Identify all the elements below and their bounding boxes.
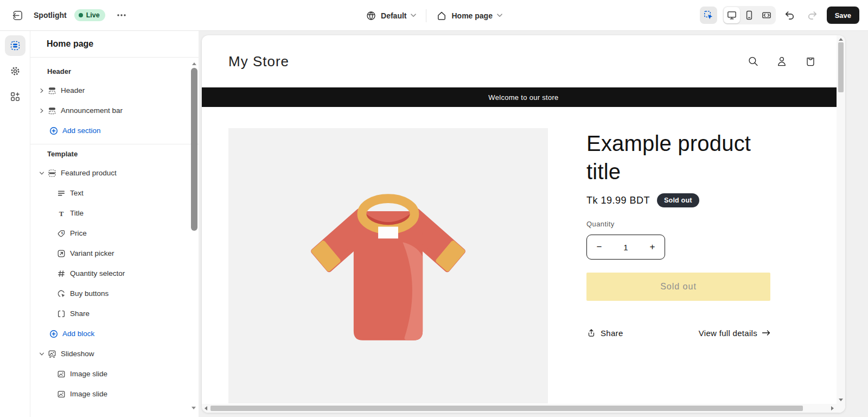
- sold-out-button[interactable]: Sold out: [586, 273, 770, 301]
- more-actions-button[interactable]: [113, 7, 130, 24]
- quantity-value[interactable]: 1: [611, 243, 640, 252]
- image-slide-icon: [57, 370, 66, 378]
- quantity-increase-button[interactable]: +: [640, 235, 665, 259]
- page-selector-label: Home page: [451, 11, 492, 20]
- store-header[interactable]: My Store: [202, 35, 845, 87]
- block-item-quantity-selector[interactable]: Quantity selector: [30, 263, 199, 283]
- announcement-text: Welcome to our store: [488, 93, 558, 102]
- block-item-image-slide[interactable]: Image slide: [30, 364, 199, 384]
- sidebar-item-header[interactable]: Header: [30, 80, 199, 100]
- sidebar-item-announcement-bar[interactable]: Announcement bar: [30, 100, 199, 121]
- rail-sections-button[interactable]: [5, 35, 25, 56]
- globe-icon: [366, 10, 376, 21]
- chevron-down-icon[interactable]: [37, 169, 46, 178]
- home-icon: [436, 10, 447, 21]
- view-full-details-link[interactable]: View full details: [699, 328, 770, 338]
- store-cart-button[interactable]: [803, 54, 818, 69]
- add-circle-icon: [49, 330, 58, 338]
- preview-vertical-scrollbar[interactable]: [837, 35, 845, 404]
- product-title[interactable]: Example product title: [586, 129, 771, 186]
- vertical-scrollbar-thumb[interactable]: [838, 42, 844, 92]
- redo-button[interactable]: [804, 7, 821, 24]
- device-preview-switcher: [723, 6, 776, 24]
- block-item-label: Buy buttons: [70, 289, 108, 298]
- scroll-right-arrow[interactable]: [831, 406, 834, 410]
- live-dot-icon: [79, 13, 83, 17]
- sidebar-item-featured-product[interactable]: Featured product: [30, 163, 199, 183]
- exit-editor-button[interactable]: [9, 7, 26, 24]
- editor-rail: [0, 31, 30, 417]
- preview-horizontal-scrollbar[interactable]: [202, 404, 837, 413]
- tshirt-illustration: [297, 186, 479, 343]
- svg-text:$: $: [61, 231, 63, 235]
- arrow-right-icon: [762, 330, 770, 336]
- page-selector[interactable]: Home page: [432, 7, 506, 24]
- product-price: Tk 19.99 BDT: [586, 195, 650, 206]
- svg-text:T: T: [59, 209, 64, 217]
- save-button[interactable]: Save: [827, 7, 859, 24]
- exit-icon: [12, 10, 23, 21]
- search-icon: [747, 55, 759, 67]
- add-section-button[interactable]: Add section: [30, 121, 199, 141]
- fullscreen-preview-button[interactable]: [758, 7, 775, 23]
- section-icon: [48, 86, 56, 95]
- block-item-label: Quantity selector: [70, 269, 125, 277]
- share-label: Share: [601, 328, 623, 338]
- gear-icon: [10, 66, 21, 77]
- chevron-right-icon[interactable]: [37, 106, 46, 115]
- section-icon: [48, 106, 56, 115]
- sidebar-item-slideshow[interactable]: Slideshow: [30, 344, 199, 364]
- block-item-share[interactable]: Share: [30, 304, 199, 324]
- live-status-badge: Live: [74, 9, 105, 21]
- block-item-variant-picker[interactable]: Variant picker: [30, 243, 199, 263]
- block-item-label: Title: [70, 209, 84, 217]
- store-account-button[interactable]: [774, 54, 789, 69]
- rail-apps-button[interactable]: [5, 86, 25, 107]
- add-circle-icon: [49, 127, 58, 135]
- block-item-title[interactable]: T Title: [30, 203, 199, 223]
- share-icon: [586, 328, 596, 338]
- block-item-image-slide[interactable]: Image slide: [30, 384, 199, 404]
- announcement-bar[interactable]: Welcome to our store: [202, 87, 845, 107]
- panel-title: Home page: [30, 31, 199, 58]
- undo-button[interactable]: [781, 7, 799, 24]
- sidebar-item-label: Featured product: [61, 169, 117, 177]
- store-logo[interactable]: My Store: [228, 53, 289, 70]
- horizontal-scrollbar-thumb[interactable]: [210, 406, 803, 411]
- variant-picker-icon: [57, 249, 66, 258]
- quantity-label: Quantity: [586, 220, 771, 228]
- panel-scroll-down-arrow[interactable]: [192, 407, 196, 409]
- scroll-up-arrow[interactable]: [839, 38, 843, 41]
- chevron-right-icon[interactable]: [37, 86, 46, 95]
- featured-product-section[interactable]: Example product title Tk 19.99 BDT Sold …: [202, 107, 845, 403]
- panel-scroll-up-arrow[interactable]: [192, 62, 196, 65]
- topbar-divider: [426, 9, 426, 22]
- panel-scrollbar-thumb[interactable]: [191, 68, 197, 231]
- rail-theme-settings-button[interactable]: [5, 61, 25, 81]
- desktop-preview-button[interactable]: [724, 7, 740, 23]
- cart-bag-icon: [805, 55, 816, 67]
- share-row: Share View full details: [586, 328, 770, 338]
- title-icon: T: [57, 209, 66, 218]
- sidebar-item-label: Announcement bar: [61, 106, 123, 115]
- share-brackets-icon: [57, 309, 66, 318]
- block-item-text[interactable]: Text: [30, 183, 199, 203]
- scroll-left-arrow[interactable]: [205, 406, 207, 410]
- block-item-label: Share: [70, 309, 90, 318]
- chevron-down-icon[interactable]: [37, 350, 46, 358]
- block-item-buy-buttons[interactable]: Buy buttons: [30, 283, 199, 304]
- product-image[interactable]: [228, 128, 548, 403]
- scroll-down-arrow[interactable]: [839, 399, 843, 401]
- add-block-button[interactable]: Add block: [30, 324, 199, 344]
- sections-icon: [10, 40, 21, 51]
- store-search-button[interactable]: [745, 54, 761, 69]
- block-item-price[interactable]: $ Price: [30, 223, 199, 243]
- add-block-label: Add block: [62, 330, 94, 338]
- share-button[interactable]: Share: [586, 328, 623, 338]
- locale-selector[interactable]: Default: [361, 7, 420, 24]
- mobile-preview-button[interactable]: [741, 7, 757, 23]
- ellipsis-icon: [116, 10, 127, 21]
- quantity-decrease-button[interactable]: −: [587, 235, 611, 259]
- inspector-toggle-button[interactable]: [700, 7, 717, 24]
- mobile-icon: [744, 10, 755, 21]
